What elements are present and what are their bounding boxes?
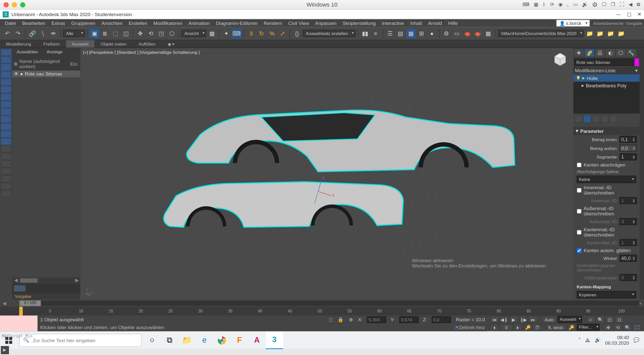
nav-prev-icon[interactable]: ◀ — [629, 2, 632, 8]
rail-btn-6[interactable] — [1, 86, 11, 93]
undo-button[interactable]: ↶ — [3, 29, 12, 38]
isolate-button[interactable]: ⎕ — [329, 317, 332, 322]
time-ruler[interactable]: 0 5 10 15 20 25 30 35 40 45 50 55 60 65 … — [0, 307, 644, 315]
ribbon-modellierung[interactable]: Modellierung — [0, 40, 37, 48]
rail-btn-19[interactable] — [1, 183, 11, 190]
sync-icon[interactable]: ⟳ — [550, 2, 554, 8]
goto-end-button[interactable]: ⏭ — [529, 316, 537, 323]
task-view-icon[interactable]: ⧉ — [161, 331, 178, 349]
rail-btn-5[interactable] — [1, 79, 11, 86]
autocad-icon[interactable]: A — [248, 331, 265, 349]
viewport-nav-4[interactable]: ⊡ — [615, 316, 624, 323]
inner-amount-spinner[interactable]: 0,1▲▼ — [620, 136, 637, 143]
redo-button[interactable]: ↷ — [13, 29, 23, 38]
menu-diagramm[interactable]: Diagramm-Editoren — [213, 20, 261, 27]
outer-amount-spinner[interactable]: 0,0▲▼ — [620, 145, 637, 152]
maxscript-minilistener[interactable] — [0, 315, 37, 331]
viewport-nav-7[interactable]: 🔍 — [623, 324, 632, 331]
display-panel-tab[interactable]: 🖵 — [616, 49, 626, 57]
win-minimize-button[interactable]: — — [616, 11, 621, 17]
bind-button[interactable]: ⚮ — [49, 29, 58, 38]
menu-inhalt[interactable]: Inhalt — [407, 20, 425, 27]
object-color-swatch[interactable] — [635, 59, 639, 66]
rail-btn-4[interactable] — [1, 71, 11, 78]
cortana-icon[interactable]: ○ — [143, 331, 161, 349]
keyboard-icon[interactable]: ⌨ — [522, 2, 530, 8]
rect-region-button[interactable]: ⬚ — [110, 29, 120, 38]
pin-stack-button[interactable] — [575, 115, 582, 123]
viewport[interactable]: [+] [Perspektive ] [Standard ] [Vorgabem… — [80, 48, 573, 300]
folder-2-button[interactable]: 📁 — [595, 29, 605, 38]
render-last-button[interactable]: 🫖 — [473, 29, 482, 38]
explorer-hscroll[interactable]: ◀▶ — [12, 278, 80, 284]
menu-civilview[interactable]: Civil View — [285, 20, 312, 27]
taskbar-clock[interactable]: 08:4006.03.2020 — [605, 334, 629, 346]
viewcube-icon[interactable] — [552, 52, 568, 67]
rail-btn-2[interactable] — [1, 56, 11, 63]
time-tag-button[interactable]: ◔ — [454, 325, 459, 330]
time-slider-knob[interactable]: 0 / 100 — [19, 300, 41, 306]
tray-volume-icon[interactable]: 🔊 — [595, 337, 601, 343]
viewport-nav-2[interactable]: 🔍 — [596, 316, 605, 323]
tray-chevron-icon[interactable]: ˄ — [578, 337, 581, 343]
selection-filter-dropdown[interactable]: Alle — [63, 30, 85, 37]
render-button[interactable]: 🫖 — [462, 29, 472, 38]
play-button[interactable]: ▶ — [509, 316, 518, 323]
current-frame-input[interactable]: 0 — [500, 324, 513, 331]
minimize-icon[interactable] — [12, 2, 17, 7]
edge-mapping-dropdown[interactable]: Kopieren — [577, 291, 636, 299]
rail-btn-7[interactable] — [1, 94, 11, 101]
modifier-toggle-icon[interactable]: 💡 — [576, 76, 581, 80]
viewport-nav-6[interactable]: ⟲ — [613, 324, 622, 331]
override-inner-mat-checkbox[interactable]: Innenmat.-ID überschreiben — [573, 184, 640, 196]
toggle-ribbon-button[interactable]: ▤ — [396, 29, 405, 38]
fullscreen-toggle-icon[interactable]: ⛶ — [620, 2, 624, 8]
menu-hilfe[interactable]: Hilfe — [445, 20, 461, 27]
align-button[interactable]: ≡ — [371, 29, 380, 38]
create-panel-tab[interactable]: ✚ — [574, 49, 584, 57]
render-iterative-button[interactable]: ▦ — [484, 29, 493, 38]
auto-key-button[interactable]: Auto — [542, 316, 557, 323]
volume-icon[interactable]: 🔊 — [582, 2, 588, 8]
schematic-view-button[interactable]: ⊞ — [417, 29, 426, 38]
edit-selection-set-button[interactable]: {} — [292, 29, 302, 38]
viewport-nav-8[interactable]: ⛶ — [633, 324, 641, 331]
edge-icon[interactable]: e — [196, 331, 213, 349]
ribbon-more[interactable]: ◉ ▾ — [162, 40, 181, 48]
render-frame-button[interactable]: ▭ — [452, 29, 462, 38]
ribbon-freiform[interactable]: Freiform — [37, 40, 66, 48]
ref-coord-dropdown[interactable]: Ansicht — [181, 30, 206, 37]
select-object-button[interactable]: ▣ — [90, 29, 99, 38]
key-mode-button[interactable]: 🔑 — [524, 324, 532, 331]
folder-1-button[interactable]: 📁 — [585, 29, 594, 38]
move-button[interactable]: ✥ — [135, 29, 145, 38]
bluetooth-icon[interactable]: ᛒ — [543, 2, 546, 8]
menu-skript[interactable]: Skripterstellung — [340, 20, 379, 27]
modify-panel-tab[interactable]: 🌈 — [585, 49, 594, 57]
menu-bearbeiten[interactable]: Bearbeiten — [19, 20, 49, 27]
pivot-button[interactable]: ▦ — [207, 29, 217, 38]
parameter-rollout[interactable]: ▾Parameter — [573, 127, 640, 135]
motion-panel-tab[interactable]: ◐ — [606, 49, 615, 57]
power-icon[interactable]: ⏻ — [592, 2, 597, 8]
configure-sets-button[interactable] — [610, 115, 617, 123]
rail-btn-11[interactable] — [1, 123, 11, 130]
menu-rendern[interactable]: Rendern — [261, 20, 285, 27]
lock-selection-icon[interactable]: 🔒 — [338, 317, 344, 322]
ribbon-auffuellen[interactable]: Auffüllen — [133, 40, 162, 48]
win-close-button[interactable]: ✕ — [637, 11, 641, 17]
rail-btn-9[interactable] — [1, 108, 11, 115]
menu-datei[interactable]: Datei — [2, 20, 19, 27]
object-name-input[interactable] — [574, 59, 634, 66]
selection-set-dropdown[interactable]: Auswahlsatz erstellen — [303, 30, 355, 37]
segments-spinner[interactable]: 1▲▼ — [620, 153, 637, 161]
x-coord-input[interactable] — [367, 316, 386, 323]
next-key-button[interactable]: ⏵ — [514, 324, 522, 331]
windows-icon[interactable]: ❐ — [611, 2, 615, 8]
explorer-tab-auswaehlen[interactable]: Auswählen — [12, 48, 43, 58]
viewport-nav-5[interactable]: ✥ — [604, 324, 613, 331]
menu-modifikatoren[interactable]: Modifikatoren — [150, 20, 185, 27]
tray-network-icon[interactable]: 🖧 — [585, 338, 590, 343]
3dsmax-taskbar-icon[interactable]: 3 — [266, 331, 283, 349]
rail-btn-20[interactable] — [1, 190, 11, 197]
